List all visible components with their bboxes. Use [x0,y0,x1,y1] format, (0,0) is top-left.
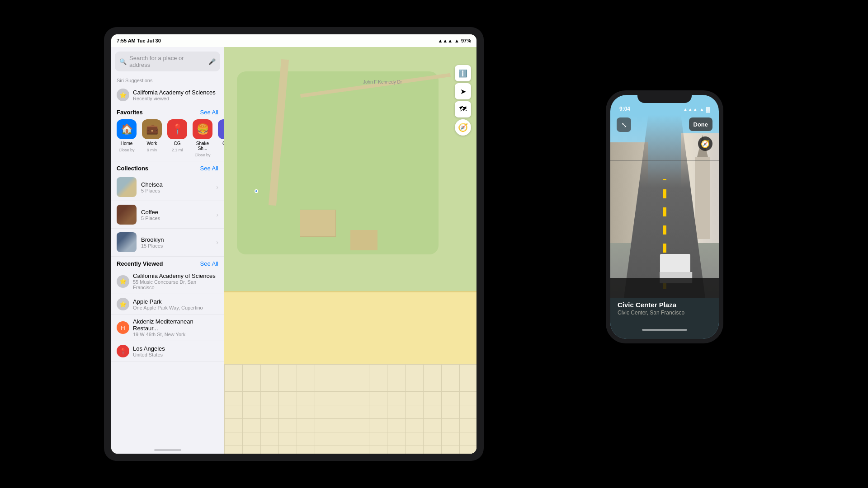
iphone-statusbar: 9:04 ▲▲▲ ▲ ▓ [610,95,719,115]
recent-name-akdeniz: Akdeniz Mediterranean Restaur... [133,318,218,332]
recent-name-applepark: Apple Park [133,298,203,305]
fav-icon-home: 🏠 [117,119,137,139]
recent-item-applepark[interactable]: ⭐ Apple Park One Apple Park Way, Cuperti… [111,294,224,314]
recent-icon-caos: ⭐ [117,275,129,288]
ipad-sidebar: 🔍 Search for a place or address 🎤 Siri S… [111,47,224,454]
recent-text-caos: California Academy of Sciences 55 Music … [133,272,218,290]
iphone-location-sub: Civic Center, San Francisco [618,310,712,316]
map-layers-button[interactable]: 🗺 [455,101,471,117]
recent-addr-la: United States [133,352,165,357]
coll-name-coffee: Coffee [141,209,160,216]
fav-sub-cg: 2.1 mi [172,148,183,152]
chevron-right-icon-3: › [216,239,218,246]
recent-item-la[interactable]: 📍 Los Angeles United States [111,341,224,361]
iphone-back-button[interactable]: ⤡ [617,117,631,132]
recent-name-la: Los Angeles [133,345,165,352]
collection-item-chelsea[interactable]: Chelsea 5 Places › [111,174,224,201]
fav-item-cer[interactable]: 📍 Cer... [217,119,224,157]
map-location-dot [255,189,258,193]
siri-item-icon: ⭐ [117,89,129,101]
coll-thumb-coffee [117,205,137,225]
back-icon: ⤡ [621,121,627,129]
compass-icon: 🧭 [701,140,710,148]
fav-name-home: Home [121,141,133,146]
map-background: John F Kennedy Dr [224,47,476,454]
recently-title: Recently Viewed [117,260,163,267]
recent-name-caos: California Academy of Sciences [133,272,218,279]
coll-text-brooklyn: Brooklyn 15 Places [141,236,164,249]
coll-count-coffee: 5 Places [141,216,160,221]
recent-addr-caos: 55 Music Concourse Dr, San Francisco [133,279,218,290]
scroll-indicator [154,449,181,451]
iphone-home-indicator[interactable] [642,329,687,331]
fav-icon-cer: 📍 [218,119,224,139]
coll-text-coffee: Coffee 5 Places [141,209,160,221]
coll-name-chelsea: Chelsea [141,181,163,188]
ipad-device: 7:55 AM Tue Jul 30 ▲▲▲ ▲ 97% 🔍 Search fo… [104,27,484,461]
wifi-icon: ▲ [454,38,459,43]
map-park-inner [237,71,439,254]
coll-thumb-brooklyn [117,232,137,252]
street-wire-1 [610,160,719,161]
mic-icon[interactable]: 🎤 [208,58,216,65]
fav-sub-home: Close by [118,148,134,152]
ipad-time: 7:55 AM Tue Jul 30 [117,38,161,43]
iphone-done-button[interactable]: Done [689,117,713,131]
recently-see-all[interactable]: See All [200,260,218,267]
fav-name-work: Work [146,141,157,146]
chevron-right-icon: › [216,183,218,191]
signal-icon: ▲▲▲ [438,38,453,43]
iphone-signal-icon: ▲▲▲ [683,107,698,112]
coll-thumb-chelsea [117,177,137,197]
recent-text-akdeniz: Akdeniz Mediterranean Restaur... 19 W 46… [133,318,218,337]
collection-item-coffee[interactable]: Coffee 5 Places › [111,201,224,229]
siri-section-label: Siri Suggestions [111,74,224,85]
fav-item-home[interactable]: 🏠 Home Close by [116,119,137,157]
iphone-location-name: Civic Center Plaza [618,301,712,309]
recent-addr-akdeniz: 19 W 46th St, New York [133,332,218,337]
siri-item-name: California Academy of Sciences [133,89,216,96]
recent-icon-la: 📍 [117,345,129,357]
iphone-device: 9:04 ▲▲▲ ▲ ▓ [606,90,723,343]
map-location-button[interactable]: ➤ [455,83,471,99]
map-controls: ℹ️ ➤ 🗺 🧭 [455,65,471,136]
fav-name-cer: Cer... [222,141,224,146]
recent-text-la: Los Angeles United States [133,345,165,357]
favorites-header: Favorites See All [111,105,224,117]
map-info-button[interactable]: ℹ️ [455,65,471,81]
fav-name-cg: CG [174,141,181,146]
recent-item-akdeniz[interactable]: H Akdeniz Mediterranean Restaur... 19 W … [111,314,224,341]
iphone-wifi-icon: ▲ [699,107,704,112]
iphone-screen: 9:04 ▲▲▲ ▲ ▓ [610,95,719,339]
recently-header: Recently Viewed See All [111,256,224,269]
chevron-right-icon-2: › [216,211,218,218]
recent-item-caos[interactable]: ⭐ California Academy of Sciences 55 Musi… [111,269,224,294]
coll-text-chelsea: Chelsea 5 Places [141,181,163,193]
map-building-2 [350,230,377,250]
street-wires [610,160,719,161]
fav-item-cg[interactable]: 📍 CG 2.1 mi [166,119,188,157]
favorites-row: 🏠 Home Close by 💼 Work 9 min 📍 CG 2.1 mi [111,117,224,161]
battery-icon: 97% [461,38,471,43]
recent-addr-applepark: One Apple Park Way, Cupertino [133,305,203,310]
fav-sub-work: 9 min [147,148,157,152]
search-bar[interactable]: 🔍 Search for a place or address 🎤 [115,52,220,71]
map-park [224,47,476,291]
recent-text-applepark: Apple Park One Apple Park Way, Cupertino [133,298,203,310]
coll-count-chelsea: 5 Places [141,188,163,193]
map-road-main [224,291,476,364]
collections-see-all[interactable]: See All [200,165,218,172]
favorites-see-all[interactable]: See All [200,109,218,116]
fav-item-work[interactable]: 💼 Work 9 min [141,119,163,157]
fav-icon-cg: 📍 [167,119,187,139]
ipad-map[interactable]: John F Kennedy Dr ℹ️ ➤ 🗺 🧭 [224,47,476,454]
map-grid [224,364,476,454]
map-building-1 [300,210,336,237]
iphone-compass[interactable]: 🧭 [698,136,712,151]
siri-suggestion-item[interactable]: ⭐ California Academy of Sciences Recentl… [111,85,224,105]
collection-item-brooklyn[interactable]: Brooklyn 15 Places › [111,229,224,256]
fav-item-shake[interactable]: 🍔 Shake Sh... Close by [192,119,213,157]
fav-icon-shake: 🍔 [193,119,212,139]
iphone-statusbar-right: ▲▲▲ ▲ ▓ [683,107,710,112]
map-compass[interactable]: 🧭 [455,119,471,136]
